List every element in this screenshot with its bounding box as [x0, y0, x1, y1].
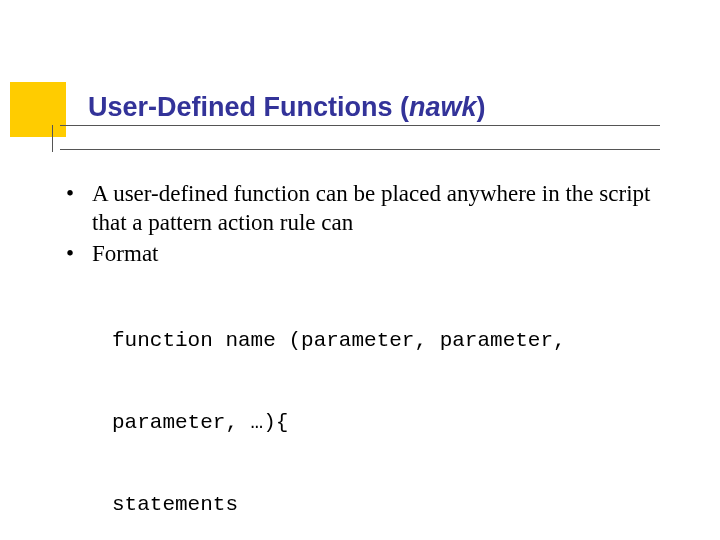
slide-title: User-Defined Functions (nawk): [88, 92, 486, 123]
code-line: statements: [112, 491, 652, 518]
title-accent-box: [10, 82, 66, 137]
title-prefix: User-Defined Functions (: [88, 92, 409, 122]
title-suffix: ): [477, 92, 486, 122]
bullet-marker: •: [56, 240, 92, 269]
bullet-marker: •: [56, 180, 92, 238]
title-italic: nawk: [409, 92, 477, 122]
code-line: parameter, …){: [112, 409, 652, 436]
bullet-text: Format: [92, 240, 666, 269]
code-line: function name (parameter, parameter,: [112, 327, 652, 354]
bullet-item: • A user-defined function can be placed …: [56, 180, 666, 238]
title-rule-vertical: [52, 125, 53, 152]
title-rule-top: [60, 125, 660, 126]
title-rule-bottom: [60, 149, 660, 150]
code-block: function name (parameter, parameter, par…: [112, 272, 652, 540]
bullet-text: A user-defined function can be placed an…: [92, 180, 666, 238]
content-area: • A user-defined function can be placed …: [56, 180, 666, 540]
bullet-item: • Format: [56, 240, 666, 269]
